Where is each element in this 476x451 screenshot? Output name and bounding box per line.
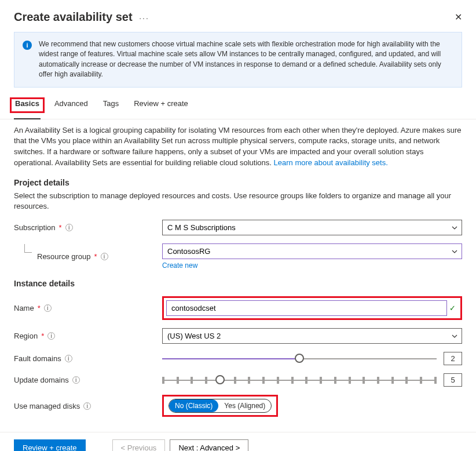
resource-group-select[interactable] xyxy=(162,243,462,259)
info-banner: i We recommend that new customers choose… xyxy=(14,32,462,88)
tab-review[interactable]: Review + create xyxy=(133,94,189,119)
info-icon[interactable]: i xyxy=(83,402,91,410)
info-icon[interactable]: i xyxy=(101,253,108,260)
commands-more-icon[interactable]: ··· xyxy=(139,13,149,23)
info-icon[interactable]: i xyxy=(65,355,72,362)
managed-disks-toggle[interactable]: No (Classic) Yes (Aligned) xyxy=(169,399,272,413)
info-icon[interactable]: i xyxy=(65,224,73,231)
fault-domains-slider[interactable] xyxy=(162,357,437,361)
page-title: Create availability set xyxy=(14,10,133,23)
managed-disks-no[interactable]: No (Classic) xyxy=(169,399,218,412)
create-new-link[interactable]: Create new xyxy=(162,261,197,270)
check-icon: ✓ xyxy=(449,304,456,312)
learn-more-link[interactable]: Learn more about availability sets. xyxy=(274,158,388,167)
info-icon[interactable]: i xyxy=(72,376,80,384)
close-button[interactable]: ✕ xyxy=(455,12,462,23)
tab-basics[interactable]: Basics xyxy=(14,94,41,119)
info-banner-text: We recommend that new customers choose v… xyxy=(39,39,453,80)
info-icon[interactable]: i xyxy=(44,304,52,312)
fault-domains-value[interactable]: 2 xyxy=(444,352,462,365)
resource-group-label: Resource group* i xyxy=(14,252,162,261)
update-domains-value[interactable]: 5 xyxy=(444,373,462,387)
managed-disks-yes[interactable]: Yes (Aligned) xyxy=(218,399,271,412)
subscription-label: Subscription* i xyxy=(14,223,162,232)
managed-disks-label: Use managed disks i xyxy=(14,402,162,410)
name-input[interactable] xyxy=(166,300,447,316)
instance-details-heading: Instance details xyxy=(14,279,462,288)
tab-advanced[interactable]: Advanced xyxy=(53,94,89,119)
next-button[interactable]: Next : Advanced > xyxy=(170,439,248,451)
region-select[interactable] xyxy=(162,328,462,344)
region-label: Region* i xyxy=(14,332,162,340)
tab-bar: Basics Advanced Tags Review + create xyxy=(0,94,476,119)
update-domains-slider[interactable] xyxy=(162,379,437,382)
update-domains-label: Update domains i xyxy=(14,376,162,384)
info-icon: i xyxy=(23,41,32,80)
intro-text: An Availability Set is a logical groupin… xyxy=(14,125,462,169)
fault-domains-label: Fault domains i xyxy=(14,354,162,363)
info-icon[interactable]: i xyxy=(47,332,55,340)
name-label: Name* i xyxy=(14,304,162,312)
project-details-sub: Select the subscription to manage deploy… xyxy=(14,191,462,212)
tab-tags[interactable]: Tags xyxy=(102,94,120,119)
review-create-button[interactable]: Review + create xyxy=(14,439,86,451)
svg-text:i: i xyxy=(26,42,28,49)
project-details-heading: Project details xyxy=(14,178,462,187)
subscription-select[interactable] xyxy=(162,220,462,235)
previous-button: < Previous xyxy=(112,439,166,451)
